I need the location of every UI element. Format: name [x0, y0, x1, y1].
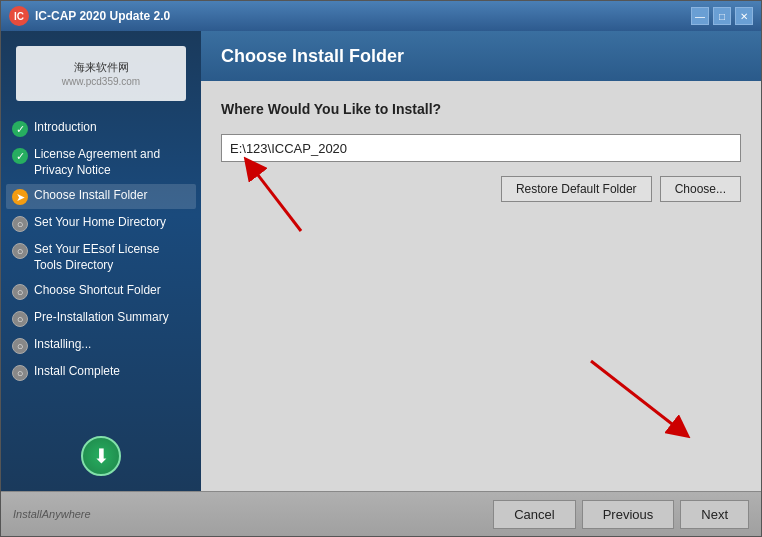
step-icon-shortcut: ○ — [12, 284, 28, 300]
sidebar-item-installing: ○ Installing... — [6, 333, 196, 358]
window-controls: — □ ✕ — [691, 7, 753, 25]
step-label-license: License Agreement and Privacy Notice — [34, 147, 190, 178]
sidebar-item-complete: ○ Install Complete — [6, 360, 196, 385]
sidebar-logo-box: 海来软件网 www.pcd359.com — [16, 46, 186, 101]
sidebar-logo-watermark: www.pcd359.com — [62, 76, 140, 87]
step-icon-installing: ○ — [12, 338, 28, 354]
sidebar-item-home-dir: ○ Set Your Home Directory — [6, 211, 196, 236]
bottom-bar: InstallAnywhere Cancel Previous Next — [1, 491, 761, 536]
sidebar-logo-text: 海来软件网 — [62, 60, 140, 75]
sidebar-bottom: ⬇ — [81, 436, 121, 491]
sidebar-logo-area: 海来软件网 www.pcd359.com — [1, 41, 201, 106]
sidebar-item-introduction: ✓ Introduction — [6, 116, 196, 141]
step-label-pre-install: Pre-Installation Summary — [34, 310, 169, 326]
sidebar-item-install-folder: ➤ Choose Install Folder — [6, 184, 196, 209]
title-bar: IC IC-CAP 2020 Update 2.0 — □ ✕ — [1, 1, 761, 31]
step-icon-pre-install: ○ — [12, 311, 28, 327]
step-list: ✓ Introduction ✓ License Agreement and P… — [1, 116, 201, 385]
step-icon-install-folder: ➤ — [12, 189, 28, 205]
path-input-row — [221, 134, 741, 162]
step-label-shortcut: Choose Shortcut Folder — [34, 283, 161, 299]
title-bar-left: IC IC-CAP 2020 Update 2.0 — [9, 6, 170, 26]
step-label-complete: Install Complete — [34, 364, 120, 380]
cancel-button[interactable]: Cancel — [493, 500, 575, 529]
sidebar: 海来软件网 www.pcd359.com ✓ Introduction ✓ Li… — [1, 31, 201, 491]
right-panel: Choose Install Folder Where Would You Li… — [201, 31, 761, 491]
panel-question: Where Would You Like to Install? — [221, 101, 741, 117]
app-logo-icon: IC — [9, 6, 29, 26]
minimize-button[interactable]: — — [691, 7, 709, 25]
panel-body: Where Would You Like to Install? Restore… — [201, 81, 761, 491]
step-icon-introduction: ✓ — [12, 121, 28, 137]
step-icon-eesof: ○ — [12, 243, 28, 259]
close-button[interactable]: ✕ — [735, 7, 753, 25]
choose-button[interactable]: Choose... — [660, 176, 741, 202]
window-title: IC-CAP 2020 Update 2.0 — [35, 9, 170, 23]
svg-line-2 — [591, 361, 681, 431]
step-label-eesof: Set Your EEsof License Tools Directory — [34, 242, 190, 273]
sidebar-item-shortcut: ○ Choose Shortcut Folder — [6, 279, 196, 304]
step-label-introduction: Introduction — [34, 120, 97, 136]
sidebar-item-eesof: ○ Set Your EEsof License Tools Directory — [6, 238, 196, 277]
download-icon: ⬇ — [81, 436, 121, 476]
sidebar-item-pre-install: ○ Pre-Installation Summary — [6, 306, 196, 331]
step-icon-complete: ○ — [12, 365, 28, 381]
sidebar-item-license: ✓ License Agreement and Privacy Notice — [6, 143, 196, 182]
step-label-installing: Installing... — [34, 337, 91, 353]
panel-header-title: Choose Install Folder — [221, 46, 404, 67]
maximize-button[interactable]: □ — [713, 7, 731, 25]
step-label-install-folder: Choose Install Folder — [34, 188, 147, 204]
panel-header: Choose Install Folder — [201, 31, 761, 81]
step-icon-home-dir: ○ — [12, 216, 28, 232]
next-button[interactable]: Next — [680, 500, 749, 529]
step-label-home-dir: Set Your Home Directory — [34, 215, 166, 231]
install-path-input[interactable] — [221, 134, 741, 162]
main-content: 海来软件网 www.pcd359.com ✓ Introduction ✓ Li… — [1, 31, 761, 491]
restore-default-button[interactable]: Restore Default Folder — [501, 176, 652, 202]
step-icon-license: ✓ — [12, 148, 28, 164]
install-anywhere-label: InstallAnywhere — [13, 508, 91, 520]
button-row: Restore Default Folder Choose... — [221, 176, 741, 202]
main-window: IC IC-CAP 2020 Update 2.0 — □ ✕ 海来软件网 ww… — [0, 0, 762, 537]
bottom-buttons: Cancel Previous Next — [493, 500, 749, 529]
previous-button[interactable]: Previous — [582, 500, 675, 529]
